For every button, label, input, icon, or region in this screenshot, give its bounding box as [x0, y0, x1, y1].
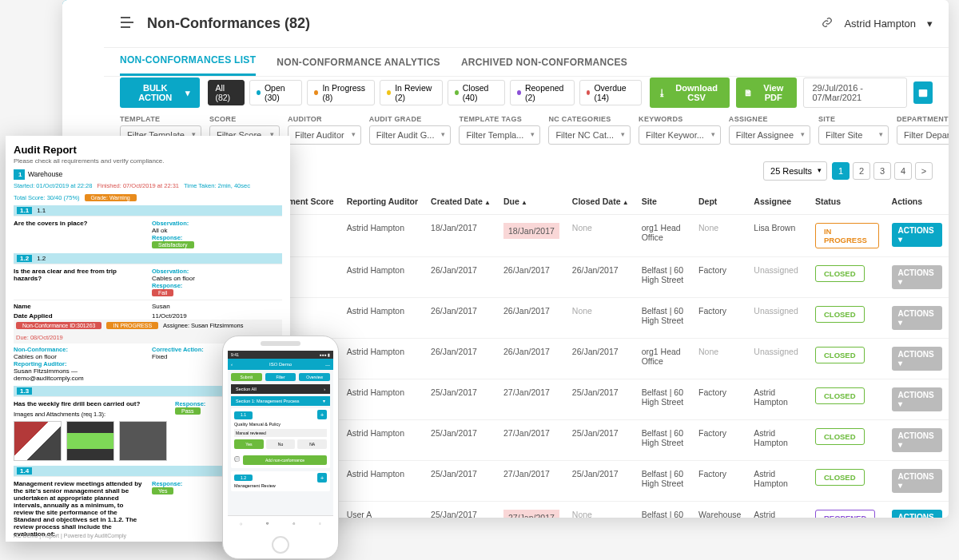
tab-nc[interactable]: ⛨	[254, 516, 281, 531]
actions-button[interactable]: ACTIONS ▾	[892, 469, 942, 493]
svg-rect-5	[919, 89, 928, 92]
home-button[interactable]	[272, 536, 289, 554]
download-csv-button[interactable]: ⭳Download CSV	[650, 77, 730, 108]
status-badge: IN PROGRESS	[815, 223, 879, 248]
status-chips: All (82)Open (30)In Progress (8)In Revie…	[208, 80, 642, 105]
section-1[interactable]: Section 1: Management Process▾	[231, 396, 330, 406]
filter-select[interactable]: Filter Audit G...	[369, 125, 452, 145]
add-icon[interactable]: +	[317, 473, 327, 483]
filter-select[interactable]: Filter Assignee	[729, 125, 810, 145]
phone-mockup: 9:41●●● ▮ ‹ISO Demo⋯ Submit Filter Overv…	[222, 336, 339, 559]
tab[interactable]: NON-CONFORMANCES LIST	[120, 54, 256, 76]
column-header[interactable]: Assignee	[747, 189, 809, 215]
na-button[interactable]: NA	[297, 439, 327, 449]
column-header[interactable]: Dept	[692, 189, 747, 215]
page-button[interactable]: 3	[873, 162, 891, 180]
overview-button[interactable]: Overview	[299, 373, 330, 381]
filter-button[interactable]: Filter	[265, 373, 296, 381]
page-title: Non-Conformances (82)	[147, 15, 310, 32]
column-header[interactable]: Created Date	[424, 189, 497, 215]
actions-button[interactable]: ACTIONS ▾	[892, 510, 942, 518]
page-button[interactable]: 4	[894, 162, 912, 180]
photo-thumb[interactable]	[14, 421, 62, 461]
status-chip[interactable]: Open (30)	[249, 80, 302, 105]
pager: 25 Results 1234>	[763, 161, 933, 181]
status-badge: CLOSED	[815, 469, 865, 486]
status-badge: CLOSED	[815, 387, 865, 404]
bulk-action-button[interactable]: BULK ACTION ▾	[120, 77, 200, 108]
filter-select[interactable]: Filter Auditor	[288, 125, 361, 145]
status-badge: CLOSED	[815, 428, 865, 445]
photo-thumb[interactable]	[66, 421, 114, 461]
column-header[interactable]: Site	[635, 189, 692, 215]
results-per-page[interactable]: 25 Results	[763, 161, 827, 181]
status-chip[interactable]: In Review (2)	[380, 80, 443, 105]
status-chip[interactable]: In Progress (8)	[307, 80, 375, 105]
report-subtitle: Please check all requirements and verify…	[14, 157, 282, 165]
actions-button[interactable]: ACTIONS ▾	[892, 306, 942, 330]
yes-button[interactable]: Yes	[234, 439, 264, 449]
column-header[interactable]: Due	[497, 189, 566, 215]
tab[interactable]: ARCHIVED NON-CONFORMANCES	[461, 57, 627, 76]
menu-toggle-icon[interactable]	[120, 17, 134, 31]
user-name: Astrid Hampton	[844, 18, 916, 30]
section-all[interactable]: Section All›	[231, 384, 330, 394]
tab-search[interactable]: ⚙	[281, 516, 307, 531]
comment-icon[interactable]: 💬	[234, 456, 240, 462]
section-name: Warehouse	[28, 170, 62, 178]
back-icon[interactable]: ‹	[231, 362, 233, 367]
tab-more[interactable]: ≡	[307, 516, 333, 531]
calendar-icon[interactable]	[913, 81, 933, 104]
no-button[interactable]: No	[266, 439, 296, 449]
filter-select[interactable]: Filter Depart...	[897, 125, 949, 145]
actions-button[interactable]: ACTIONS ▾	[892, 265, 942, 289]
report-title: Audit Report	[14, 144, 282, 156]
filter-select[interactable]: Filter Site	[818, 125, 889, 145]
page-button[interactable]: 2	[853, 162, 870, 180]
actions-button[interactable]: ACTIONS ▾	[892, 223, 942, 247]
view-pdf-button[interactable]: 🗎View PDF	[736, 77, 797, 108]
tabs: NON-CONFORMANCES LISTNON-CONFORMANCE ANA…	[104, 48, 949, 77]
tab[interactable]: NON-CONFORMANCE ANALYTICS	[277, 57, 440, 76]
section-num: 1	[14, 169, 25, 180]
user-menu[interactable]: Astrid Hampton ▾	[822, 17, 933, 30]
status-badge: CLOSED	[815, 347, 865, 363]
chevron-down-icon: ▾	[927, 18, 933, 30]
status-chip[interactable]: All (82)	[208, 80, 245, 105]
page-button[interactable]: >	[915, 162, 933, 180]
status-chip[interactable]: Closed (40)	[448, 80, 505, 105]
download-icon: ⭳	[658, 88, 667, 97]
add-nc-button[interactable]: Add non-conformance	[243, 455, 327, 465]
column-header[interactable]: Actions	[885, 189, 949, 215]
column-header[interactable]: Closed Date	[566, 189, 635, 215]
photo-thumb[interactable]	[119, 421, 167, 461]
topbar: Non-Conformances (82) Astrid Hampton ▾	[104, 0, 949, 48]
status-chip[interactable]: Reopened (2)	[510, 80, 574, 105]
submit-button[interactable]: Submit	[231, 373, 262, 381]
add-icon[interactable]: +	[317, 410, 327, 419]
actions-button[interactable]: ACTIONS ▾	[892, 347, 942, 371]
status-badge: CLOSED	[815, 265, 865, 282]
toolbar: BULK ACTION ▾ All (82)Open (30)In Progre…	[104, 77, 949, 109]
actions-button[interactable]: ACTIONS ▾	[892, 428, 942, 452]
actions-button[interactable]: ACTIONS ▾	[892, 387, 942, 411]
column-header[interactable]: Reporting Auditor	[340, 189, 424, 215]
chevron-down-icon: ▾	[185, 88, 190, 98]
filter-select[interactable]: Filter Templa...	[459, 125, 540, 145]
report-footer: AC Demo | Report | Powered by AuditCompl…	[14, 533, 126, 538]
file-icon: 🗎	[744, 88, 753, 97]
column-header[interactable]: Status	[809, 189, 885, 215]
menu-icon[interactable]: ⋯	[325, 362, 330, 367]
status-badge: REOPENED	[815, 510, 875, 518]
status-badge: CLOSED	[815, 306, 865, 323]
status-chip[interactable]: Overdue (14)	[579, 80, 643, 105]
tab-audits[interactable]: ◇	[228, 516, 254, 531]
date-range-picker[interactable]: 29/Jul/2016 - 07/Mar/2021	[803, 77, 907, 108]
link-icon[interactable]	[822, 17, 833, 30]
filter-select[interactable]: Filter Keywor...	[639, 125, 721, 145]
filter-select[interactable]: Filter NC Cat...	[548, 125, 631, 145]
page-button[interactable]: 1	[832, 162, 850, 180]
report-meta: Started: 01/Oct/2019 at 22:28 Finished: …	[14, 180, 282, 204]
